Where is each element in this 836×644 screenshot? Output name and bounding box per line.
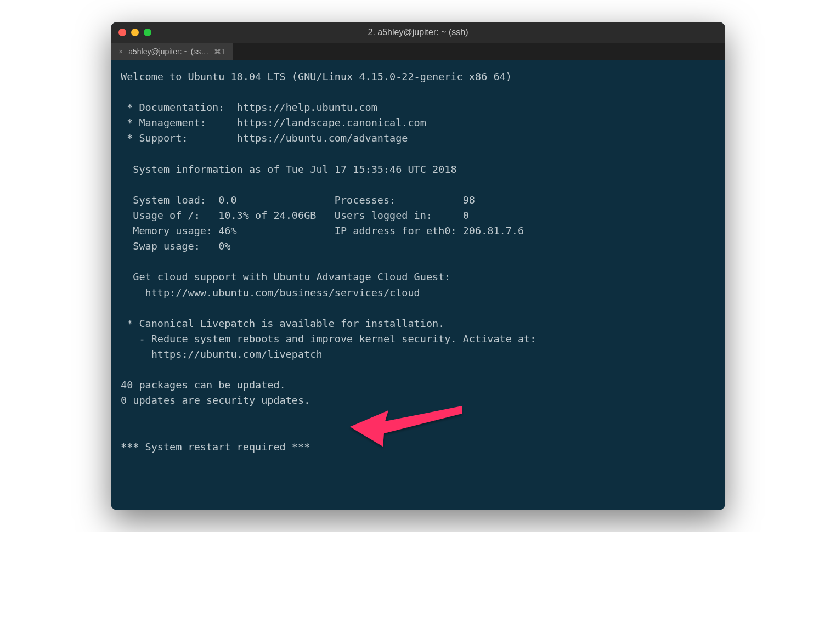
window-title: 2. a5hley@jupiter: ~ (ssh) xyxy=(368,27,468,37)
tab-bar: × a5hley@jupiter: ~ (ss… ⌘1 xyxy=(111,43,725,60)
window-titlebar: 2. a5hley@jupiter: ~ (ssh) xyxy=(111,22,725,43)
restart-required: *** System restart required *** xyxy=(121,441,310,453)
livepatch-url: https://ubuntu.com/livepatch xyxy=(121,348,323,360)
motd-support-link: * Support: https://ubuntu.com/advantage xyxy=(121,132,408,144)
close-icon[interactable]: × xyxy=(118,48,123,55)
maximize-button[interactable] xyxy=(144,29,151,36)
sysinfo-line: Memory usage: 46% IP address for eth0: 2… xyxy=(121,225,524,236)
updates-security: 0 updates are security updates. xyxy=(121,394,310,406)
sysinfo-line: Usage of /: 10.3% of 24.06GB Users logge… xyxy=(121,210,469,221)
traffic-lights xyxy=(118,29,151,36)
minimize-button[interactable] xyxy=(131,29,139,36)
arrow-annotation-icon xyxy=(347,400,467,450)
terminal-window: 2. a5hley@jupiter: ~ (ssh) × a5hley@jupi… xyxy=(111,22,725,510)
cloud-support-url: http://www.ubuntu.com/business/services/… xyxy=(121,287,420,298)
terminal-output[interactable]: Welcome to Ubuntu 18.04 LTS (GNU/Linux 4… xyxy=(111,60,725,510)
tab-label: a5hley@jupiter: ~ (ss… xyxy=(128,47,208,56)
cloud-support-line: Get cloud support with Ubuntu Advantage … xyxy=(121,271,450,283)
livepatch-line: * Canonical Livepatch is available for i… xyxy=(121,318,444,329)
motd-mgmt-link: * Management: https://landscape.canonica… xyxy=(121,117,426,128)
sysinfo-line: Swap usage: 0% xyxy=(121,240,230,252)
motd-welcome: Welcome to Ubuntu 18.04 LTS (GNU/Linux 4… xyxy=(121,71,512,82)
close-button[interactable] xyxy=(118,29,126,36)
livepatch-line: - Reduce system reboots and improve kern… xyxy=(121,333,536,344)
tab-ssh-session[interactable]: × a5hley@jupiter: ~ (ss… ⌘1 xyxy=(111,43,234,60)
tab-shortcut: ⌘1 xyxy=(214,48,225,56)
motd-doc-link: * Documentation: https://help.ubuntu.com xyxy=(121,101,377,113)
sysinfo-header: System information as of Tue Jul 17 15:3… xyxy=(121,163,457,175)
sysinfo-line: System load: 0.0 Processes: 98 xyxy=(121,194,475,206)
updates-packages: 40 packages can be updated. xyxy=(121,379,286,391)
